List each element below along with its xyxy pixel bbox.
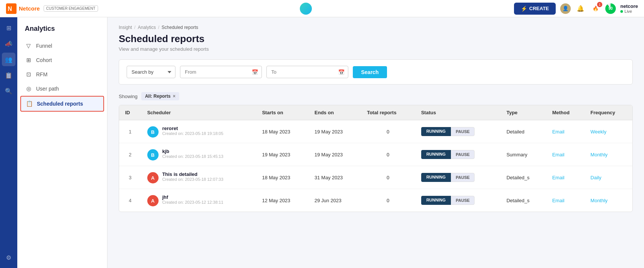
status-running-1: RUNNING — [421, 150, 451, 159]
svg-text:N: N — [8, 6, 12, 12]
breadcrumb-current: Scheduled reports — [162, 25, 198, 30]
cell-starts-0: 18 May 2023 — [256, 120, 308, 143]
score-circle: 90 — [605, 3, 616, 14]
cell-total-3: 0 — [361, 189, 415, 212]
scheduler-name-0: reroret — [162, 126, 224, 131]
fire-icon-button[interactable]: 🔥 1 — [590, 3, 601, 14]
sidebar-item-user-path[interactable]: ◎ User path — [17, 82, 107, 96]
breadcrumb-analytics[interactable]: Analytics — [138, 25, 156, 30]
to-date-wrap: 📅 — [266, 66, 348, 78]
funnel-icon: ▽ — [25, 42, 32, 49]
cell-frequency-0[interactable]: Weekly — [585, 120, 632, 143]
cell-method-2[interactable]: Email — [546, 166, 585, 189]
user-avatar[interactable]: 👤 — [560, 3, 571, 14]
cell-status-0: RUNNING PAUSE — [415, 120, 500, 143]
sidebar-item-cohort[interactable]: ⊞ Cohort — [17, 53, 107, 67]
cell-frequency-3[interactable]: Monthly — [585, 189, 632, 212]
cell-ends-3: 29 Jun 2023 — [308, 189, 361, 212]
cell-status-2: RUNNING PAUSE — [415, 166, 500, 189]
status-running-3: RUNNING — [421, 196, 451, 205]
cell-type-0: Detailed — [500, 120, 546, 143]
rail-icon-megaphone[interactable]: 📣 — [2, 37, 15, 50]
cell-scheduler-2: A This is detailed Created on: 2023-05-1… — [141, 166, 256, 189]
rail-icon-settings[interactable]: ⚙ — [2, 251, 15, 264]
search-by-select[interactable]: Search by Name ID Type — [127, 66, 175, 78]
cell-scheduler-1: B kjb Created on: 2023-05-18 15:45:13 — [141, 143, 256, 166]
status-running-0: RUNNING — [421, 127, 451, 136]
scheduler-date-0: Created on: 2023-05-18 19:18:05 — [162, 131, 224, 136]
page-subtitle: View and manage your scheduled reports — [119, 46, 633, 52]
sidebar-item-rfm[interactable]: ⊡ RFM — [17, 67, 107, 82]
cell-method-3[interactable]: Email — [546, 189, 585, 212]
cell-frequency-1[interactable]: Monthly — [585, 143, 632, 166]
cell-ends-1: 19 May 2023 — [308, 143, 361, 166]
col-id: ID — [119, 105, 141, 120]
cell-starts-2: 18 May 2023 — [256, 166, 308, 189]
sidebar-label-scheduled-reports: Scheduled reports — [37, 101, 83, 107]
breadcrumb: Insight / Analytics / Scheduled reports — [119, 25, 633, 30]
status-pause-2[interactable]: PAUSE — [451, 173, 475, 182]
cell-frequency-2[interactable]: Daily — [585, 166, 632, 189]
from-date-input[interactable] — [180, 66, 262, 78]
live-status: Live — [620, 9, 638, 14]
showing-tag: All: Reports × — [141, 92, 179, 100]
rail-icon-search[interactable]: 🔍 — [2, 84, 15, 98]
status-pause-0[interactable]: PAUSE — [451, 127, 475, 136]
showing-tag-label: All: Reports — [145, 94, 171, 99]
sidebar-label-funnel: Funnel — [36, 43, 52, 49]
netcore-wordmark: Netcore — [19, 5, 40, 12]
user-path-icon: ◎ — [25, 85, 32, 92]
app-body: ⊞ 📣 👥 📋 🔍 ⚙ Analytics ▽ Funnel ⊞ Cohort … — [0, 17, 644, 268]
showing-tag-close[interactable]: × — [173, 94, 175, 99]
reports-table: ID Scheduler Starts on Ends on Total rep… — [119, 105, 632, 212]
top-navigation: N Netcore CUSTOMER ENGAGEMENT ⚡ CREATE 👤… — [0, 0, 644, 17]
nav-center — [103, 3, 509, 15]
netcore-logo-icon: N — [6, 3, 17, 14]
breadcrumb-sep-2: / — [158, 25, 159, 30]
to-date-input[interactable] — [266, 66, 348, 78]
cell-id-0: 1 — [119, 120, 141, 143]
app-logo: N Netcore CUSTOMER ENGAGEMENT — [6, 3, 98, 14]
create-button[interactable]: ⚡ CREATE — [514, 3, 556, 15]
scheduler-avatar-1: B — [147, 149, 159, 160]
rail-icon-reports[interactable]: 📋 — [2, 68, 15, 82]
filter-bar: Search by Name ID Type 📅 📅 Search — [119, 59, 633, 85]
search-button[interactable]: Search — [353, 66, 387, 78]
sidebar-title: Analytics — [17, 25, 107, 39]
breadcrumb-insight[interactable]: Insight — [119, 25, 132, 30]
center-indicator — [300, 3, 312, 15]
cell-starts-3: 12 May 2023 — [256, 189, 308, 212]
scheduler-date-3: Created on: 2023-05-12 12:38:11 — [162, 200, 224, 204]
icon-rail: ⊞ 📣 👥 📋 🔍 ⚙ — [0, 17, 17, 268]
col-status: Status — [415, 105, 500, 120]
col-total-reports: Total reports — [361, 105, 415, 120]
score-value: 90 — [608, 6, 612, 11]
sidebar: Analytics ▽ Funnel ⊞ Cohort ⊡ RFM ◎ User… — [17, 17, 107, 268]
product-label: CUSTOMER ENGAGEMENT — [44, 5, 98, 12]
cell-scheduler-3: A jhf Created on: 2023-05-12 12:38:11 — [141, 189, 256, 212]
page-title: Scheduled reports — [119, 33, 633, 45]
cell-method-0[interactable]: Email — [546, 120, 585, 143]
sidebar-item-scheduled-reports[interactable]: 📋 Scheduled reports — [20, 96, 104, 112]
sidebar-label-rfm: RFM — [36, 71, 47, 77]
cell-id-1: 2 — [119, 143, 141, 166]
sidebar-item-funnel[interactable]: ▽ Funnel — [17, 39, 107, 53]
cohort-icon: ⊞ — [25, 57, 32, 64]
status-pause-1[interactable]: PAUSE — [451, 150, 475, 159]
cell-total-2: 0 — [361, 166, 415, 189]
sidebar-label-cohort: Cohort — [36, 57, 52, 63]
col-starts-on: Starts on — [256, 105, 308, 120]
rail-icon-users[interactable]: 👥 — [2, 53, 15, 66]
scheduler-date-1: Created on: 2023-05-18 15:45:13 — [162, 154, 224, 159]
showing-row: Showing All: Reports × — [119, 92, 633, 100]
col-method: Method — [546, 105, 585, 120]
table-row: 4 A jhf Created on: 2023-05-12 12:38:11 … — [119, 189, 632, 212]
table-row: 1 B reroret Created on: 2023-05-18 19:18… — [119, 120, 632, 143]
main-content: Insight / Analytics / Scheduled reports … — [107, 17, 644, 268]
notifications-bell[interactable]: 🔔 — [575, 3, 586, 14]
rail-icon-grid[interactable]: ⊞ — [2, 21, 15, 35]
status-pause-3[interactable]: PAUSE — [451, 196, 475, 205]
cell-type-2: Detailed_s — [500, 166, 546, 189]
col-scheduler: Scheduler — [141, 105, 256, 120]
cell-method-1[interactable]: Email — [546, 143, 585, 166]
